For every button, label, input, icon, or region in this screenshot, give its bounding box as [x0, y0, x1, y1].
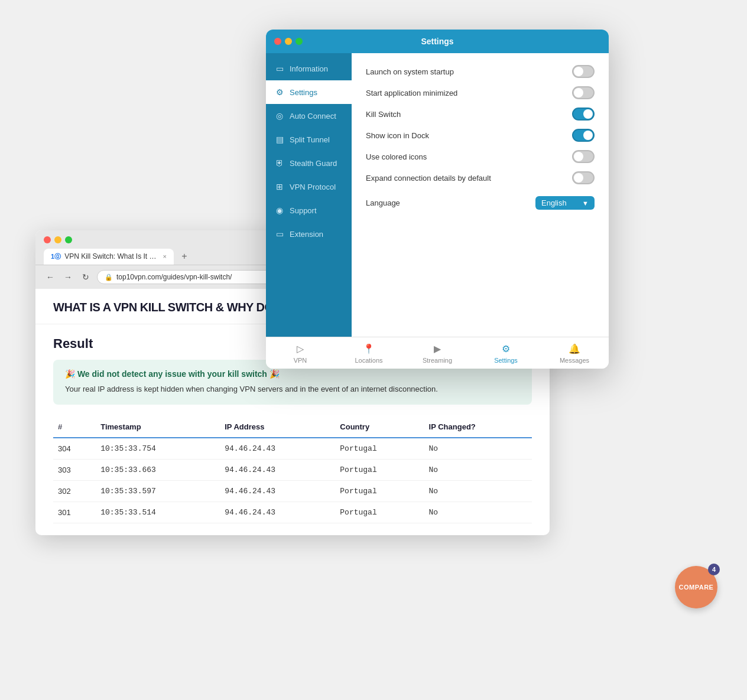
result-banner-title: 🎉 We did not detect any issue with your …: [65, 369, 520, 379]
table-cell: 94.46.24.43: [220, 502, 335, 523]
vpn-dot-green[interactable]: [295, 38, 303, 45]
sidebar-item-support[interactable]: ◉Support: [266, 198, 352, 222]
bottom-nav-label: Locations: [355, 357, 382, 364]
table-header-ip-address: IP Address: [220, 416, 335, 438]
settings-label: Start application minimized: [366, 89, 457, 97]
sidebar-item-label: VPN Protocol: [290, 183, 336, 191]
toggle-show-icon-in-dock[interactable]: [572, 129, 595, 142]
vpn-dot-red[interactable]: [274, 38, 281, 45]
browser-dot-yellow[interactable]: [54, 236, 61, 243]
toggle-use-colored-icons[interactable]: [572, 150, 595, 163]
extension-icon: ▭: [274, 229, 285, 239]
table-cell: No: [424, 459, 532, 480]
sidebar-item-label: Extension: [290, 230, 323, 239]
locations-bottom-icon: 📍: [363, 343, 375, 354]
tab-title: VPN Kill Switch: What Is It & H…: [64, 252, 159, 261]
chevron-down-icon: ▼: [582, 200, 589, 207]
bottom-nav-messages[interactable]: 🔔Messages: [540, 343, 609, 364]
vpn-bottom-nav: ▷VPN📍Locations▶Streaming⚙Settings🔔Messag…: [266, 337, 609, 369]
sidebar-item-extension[interactable]: ▭Extension: [266, 222, 352, 246]
toggle-start-application-minimized[interactable]: [572, 86, 595, 99]
language-label: Language: [366, 198, 400, 207]
new-tab-button[interactable]: +: [176, 248, 193, 265]
table-cell: 94.46.24.43: [220, 438, 335, 460]
vpn-protocol-icon: ⊞: [274, 182, 285, 191]
browser-tab[interactable]: 1⓪ VPN Kill Switch: What Is It & H… ×: [44, 249, 174, 265]
browser-dot-red[interactable]: [44, 236, 51, 243]
table-cell: Portugal: [335, 502, 424, 523]
lock-icon: 🔒: [105, 274, 113, 281]
result-table-head: #TimestampIP AddressCountryIP Changed?: [53, 416, 532, 438]
table-cell: 304: [53, 438, 96, 460]
settings-label: Show icon in Dock: [366, 131, 429, 140]
sidebar-item-auto-connect[interactable]: ◎Auto Connect: [266, 104, 352, 128]
result-table-header-row: #TimestampIP AddressCountryIP Changed?: [53, 416, 532, 438]
sidebar-item-information[interactable]: ▭Information: [266, 57, 352, 80]
vpn-content: Launch on system startupStart applicatio…: [352, 53, 609, 337]
table-cell: No: [424, 438, 532, 460]
settings-row: Start application minimized: [366, 86, 595, 99]
table-row: 30410:35:33.75494.46.24.43PortugalNo: [53, 438, 532, 460]
nav-refresh-button[interactable]: ↻: [79, 271, 92, 284]
sidebar-item-label: Settings: [290, 88, 317, 97]
vpn-body: ▭Information⚙Settings◎Auto Connect▤Split…: [266, 53, 609, 337]
toggle-thumb: [574, 88, 583, 97]
bottom-nav-label: Settings: [494, 357, 518, 364]
table-cell: 10:35:33.514: [96, 502, 220, 523]
browser-dot-green[interactable]: [65, 236, 72, 243]
nav-forward-button[interactable]: →: [61, 271, 74, 284]
bottom-nav-vpn[interactable]: ▷VPN: [266, 343, 334, 364]
vpn-dot-yellow[interactable]: [285, 38, 292, 45]
sidebar-item-vpn-protocol[interactable]: ⊞VPN Protocol: [266, 175, 352, 198]
bottom-nav-locations[interactable]: 📍Locations: [334, 343, 403, 364]
table-cell: 303: [53, 459, 96, 480]
settings-label: Use colored icons: [366, 152, 427, 161]
table-cell: 10:35:33.754: [96, 438, 220, 460]
settings-label: Expand connection details by default: [366, 174, 491, 183]
vpn-app-window: Settings ▭Information⚙Settings◎Auto Conn…: [266, 30, 609, 369]
messages-bottom-icon: 🔔: [569, 343, 580, 354]
table-cell: 10:35:33.663: [96, 459, 220, 480]
sidebar-item-stealth-guard[interactable]: ⛨Stealth Guard: [266, 151, 352, 175]
auto-connect-icon: ◎: [274, 111, 285, 121]
bottom-nav-streaming[interactable]: ▶Streaming: [403, 343, 472, 364]
stealth-guard-icon: ⛨: [274, 158, 285, 168]
tab-close-button[interactable]: ×: [163, 253, 167, 260]
information-icon: ▭: [274, 64, 285, 73]
compare-badge: 4: [708, 564, 720, 575]
sidebar-item-label: Information: [290, 64, 328, 73]
table-cell: 301: [53, 502, 96, 523]
table-header-ip-changed-: IP Changed?: [424, 416, 532, 438]
settings-row: Expand connection details by default: [366, 171, 595, 184]
toggle-launch-on-system-startup[interactable]: [572, 65, 595, 78]
settings-bottom-icon: ⚙: [502, 343, 510, 354]
table-cell: No: [424, 480, 532, 502]
settings-row: Launch on system startup: [366, 65, 595, 78]
language-select[interactable]: English ▼: [535, 196, 595, 210]
table-header-timestamp: Timestamp: [96, 416, 220, 438]
language-row: Language English ▼: [366, 196, 595, 210]
compare-button[interactable]: 4 COMPARE: [675, 566, 717, 608]
bottom-nav-label: Streaming: [423, 357, 452, 364]
nav-back-button[interactable]: ←: [44, 271, 57, 284]
table-cell: 94.46.24.43: [220, 459, 335, 480]
sidebar-item-split-tunnel[interactable]: ▤Split Tunnel: [266, 128, 352, 151]
sidebar-item-settings[interactable]: ⚙Settings: [266, 80, 352, 104]
table-row: 30110:35:33.51494.46.24.43PortugalNo: [53, 502, 532, 523]
table-cell: Portugal: [335, 480, 424, 502]
settings-row: Show icon in Dock: [366, 129, 595, 142]
table-cell: No: [424, 502, 532, 523]
settings-label: Kill Switch: [366, 110, 401, 119]
table-cell: 10:35:33.597: [96, 480, 220, 502]
settings-row: Kill Switch: [366, 108, 595, 121]
table-cell: Portugal: [335, 438, 424, 460]
sidebar-item-label: Stealth Guard: [290, 159, 337, 168]
streaming-bottom-icon: ▶: [434, 343, 441, 354]
toggle-kill-switch[interactable]: [572, 108, 595, 121]
table-row: 30210:35:33.59794.46.24.43PortugalNo: [53, 480, 532, 502]
toggle-expand-connection-details-by-default[interactable]: [572, 171, 595, 184]
toggle-thumb: [583, 131, 593, 140]
vpn-bottom-icon: ▷: [297, 343, 304, 354]
bottom-nav-settings[interactable]: ⚙Settings: [472, 343, 540, 364]
bottom-nav-label: VPN: [294, 357, 307, 364]
